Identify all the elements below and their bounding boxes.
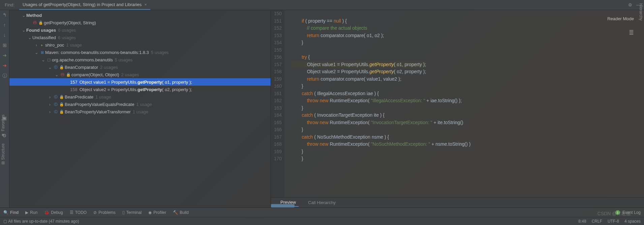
- tree-node-shiro[interactable]: ›▸shiro_poc1 usage: [9, 41, 271, 49]
- run-tool[interactable]: ▶ Run: [25, 210, 37, 215]
- arrow-up-icon[interactable]: ↑: [3, 22, 6, 28]
- tree-node-method-sig[interactable]: ⓜ🔒getProperty(Object, String): [9, 19, 271, 26]
- debug-tool[interactable]: 🐞 Debug: [44, 210, 63, 215]
- line-gutter: 1501511521531541551561571581591601611621…: [271, 10, 284, 197]
- arrow-down-icon[interactable]: ↓: [3, 32, 6, 38]
- import-icon[interactable]: ➜: [3, 63, 7, 68]
- favorites-tool[interactable]: ★ Favorites: [1, 115, 5, 137]
- tree-node-propequals[interactable]: ›Ⓒ🔒BeanPropertyValueEqualsPredicate1 usa…: [9, 101, 271, 108]
- problems-tool[interactable]: ⊘ Problems: [93, 210, 116, 215]
- todo-tool[interactable]: ☰ TODO: [70, 210, 87, 215]
- tree-node-comparator[interactable]: ⌄Ⓒ🔒BeanComparator2 usages: [9, 63, 271, 71]
- preview-tabs: Preview Call Hierarchy: [271, 197, 644, 207]
- hierarchy-tool[interactable]: Hierarchy: [639, 3, 643, 21]
- group-icon[interactable]: ⊞: [3, 43, 7, 48]
- find-label: Find:: [0, 2, 19, 7]
- right-vertical-tabs: Hierarchy: [639, 3, 643, 21]
- export-icon[interactable]: ➜: [3, 53, 7, 58]
- arrow-up-left-icon[interactable]: ↰: [3, 12, 7, 18]
- watermark: CSDN @IT老涵: [597, 211, 631, 217]
- tree-node-maven[interactable]: ⌄⊞Maven: commons-beanutils:commons-beanu…: [9, 49, 271, 56]
- tree-node-predicate[interactable]: ›Ⓒ🔒BeanPredicate1 usage: [9, 93, 271, 101]
- close-icon[interactable]: ×: [144, 2, 147, 7]
- reader-mode-icon[interactable]: ≣: [629, 29, 634, 36]
- left-toolbar: ↰ ↑ ↓ ⊞ ➜ ➜ ⓘ ▣ ⚙: [0, 10, 9, 207]
- left-vertical-tabs: ⊞ Structure ★ Favorites: [1, 115, 5, 165]
- reader-mode-label[interactable]: Reader Mode: [607, 16, 634, 21]
- structure-tool[interactable]: ⊞ Structure: [1, 143, 5, 165]
- terminal-tool[interactable]: ⌷ Terminal: [122, 210, 142, 215]
- tab-bar: Find: Usages of getProperty(Object, Stri…: [0, 0, 644, 10]
- tab-call-hierarchy[interactable]: Call Hierarchy: [305, 199, 338, 206]
- status-message: All files are up-to-date (47 minutes ago…: [8, 219, 79, 224]
- file-encoding[interactable]: UTF-8: [608, 219, 619, 224]
- status-icon: ▢: [3, 219, 7, 224]
- tree-node-found[interactable]: ⌄Found usages6 usages: [9, 26, 271, 34]
- usages-tree: ⌄Method ⓜ🔒getProperty(Object, String) ⌄F…: [9, 10, 271, 207]
- tree-node-unclassified[interactable]: ⌄Unclassified6 usages: [9, 34, 271, 41]
- tree-node-transformer[interactable]: ›Ⓒ🔒BeanToPropertyValueTransformer1 usage: [9, 108, 271, 115]
- tree-node-package[interactable]: ⌄▢org.apache.commons.beanutils5 usages: [9, 56, 271, 63]
- cursor-position[interactable]: 8:48: [578, 219, 586, 224]
- bottom-toolbar: 🔍 Find ▶ Run 🐞 Debug ☰ TODO ⊘ Problems ⌷…: [0, 207, 644, 217]
- indent-setting[interactable]: 4 spaces: [624, 219, 641, 224]
- code-preview-pane: Reader Mode ≣ 15015115215315415515615715…: [271, 10, 644, 207]
- info-icon[interactable]: ⓘ: [2, 73, 7, 79]
- profiler-tool[interactable]: ◉ Profiler: [148, 210, 166, 215]
- tab-title: Usages of getProperty(Object, String) in…: [23, 2, 142, 7]
- code-content[interactable]: if ( property == null ) { // compare the…: [284, 10, 644, 197]
- tree-usage-158[interactable]: 158Object value2 = PropertyUtils.getProp…: [9, 86, 271, 93]
- build-tool[interactable]: 🔨 Build: [173, 210, 189, 215]
- find-usages-tab[interactable]: Usages of getProperty(Object, String) in…: [19, 0, 150, 10]
- tree-node-compare[interactable]: ⌄ⓜ🔒compare(Object, Object)2 usages: [9, 71, 271, 78]
- find-tool[interactable]: 🔍 Find: [3, 210, 19, 215]
- tree-usage-157[interactable]: 157Object value1 = PropertyUtils.getProp…: [9, 78, 271, 86]
- gear-icon[interactable]: ⚙: [628, 2, 632, 7]
- status-bar: ▢ All files are up-to-date (47 minutes a…: [0, 217, 644, 225]
- tree-node-method[interactable]: ⌄Method: [9, 11, 271, 19]
- line-separator[interactable]: CRLF: [592, 219, 602, 224]
